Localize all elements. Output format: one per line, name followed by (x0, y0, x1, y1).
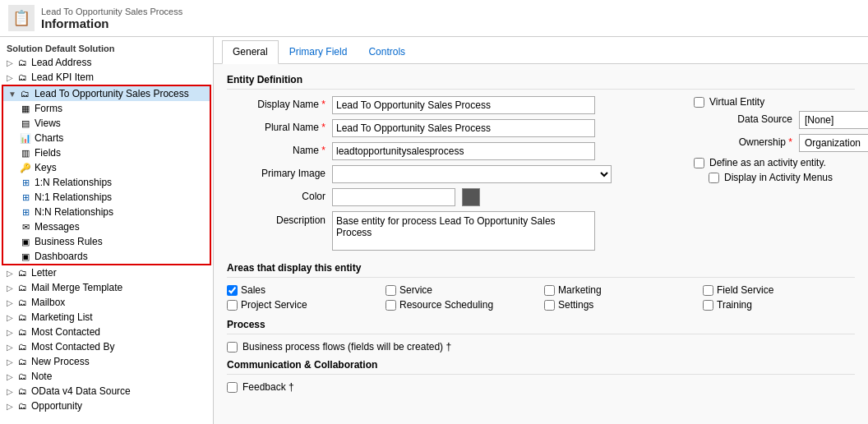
forms-icon: ▦ (20, 103, 31, 114)
display-activity-row: Display in Activity Menus (694, 172, 868, 183)
area-service-label: Service (399, 284, 432, 296)
sidebar-item-fields[interactable]: ▥ Fields (3, 145, 210, 160)
area-marketing-checkbox[interactable] (544, 285, 555, 296)
area-project-service-checkbox[interactable] (227, 300, 238, 311)
display-name-input[interactable] (332, 96, 595, 114)
color-label: Color (227, 188, 326, 202)
ownership-select[interactable]: Organization (799, 134, 868, 152)
sidebar-item-lead-address[interactable]: ▷ 🗂 Lead Address (0, 55, 213, 70)
virtual-entity-checkbox[interactable] (694, 97, 704, 108)
chevron-right-icon: ▷ (7, 313, 13, 322)
display-name-row: Display Name * (227, 96, 612, 114)
display-activity-checkbox[interactable] (709, 173, 719, 183)
right-form: Virtual Entity Data Source [None] (677, 96, 868, 256)
name-input[interactable] (332, 142, 595, 160)
sidebar-item-mailbox[interactable]: ▷ 🗂 Mailbox (0, 295, 213, 310)
business-process-label: Business process flows (fields will be c… (242, 341, 451, 353)
primary-image-row: Primary Image (227, 165, 612, 183)
sidebar-item-keys[interactable]: 🔑 Keys (3, 160, 210, 175)
sidebar-item-views[interactable]: ▤ Views (3, 116, 210, 131)
group-header-lead-opportunity[interactable]: ▼ 🗂 Lead To Opportunity Sales Process (3, 86, 210, 101)
sidebar-item-nn-rel[interactable]: ⊞ N:N Relationships (3, 205, 210, 219)
plural-name-input[interactable] (332, 119, 595, 137)
content-area: Entity Definition Display Name * (214, 64, 868, 406)
charts-icon: 📊 (20, 132, 31, 144)
area-sales-checkbox[interactable] (227, 285, 238, 296)
area-marketing: Marketing (544, 284, 696, 296)
sidebar-item-most-contacted-by[interactable]: ▷ 🗂 Most Contacted By (0, 339, 213, 354)
sidebar-item-opportunity[interactable]: ▷ 🗂 Opportunity (0, 399, 213, 413)
sidebar-item-label: Fields (35, 147, 61, 159)
define-activity-row: Define as an activity entity. (694, 157, 868, 168)
sidebar-item-business-rules[interactable]: ▣ Business Rules (3, 234, 210, 249)
messages-icon: ✉ (20, 221, 31, 233)
chevron-right-icon: ▷ (7, 283, 13, 293)
area-field-service: Field Service (703, 284, 855, 296)
sidebar-item-mail-merge[interactable]: ▷ 🗂 Mail Merge Template (0, 280, 213, 295)
sidebar-item-note[interactable]: ▷ 🗂 Note (0, 369, 213, 384)
sidebar-item-label: Charts (35, 132, 63, 144)
sidebar-item-charts[interactable]: 📊 Charts (3, 131, 210, 145)
area-training: Training (703, 299, 855, 311)
define-activity-checkbox[interactable] (694, 158, 704, 168)
display-activity-label: Display in Activity Menus (724, 172, 833, 183)
primary-image-label: Primary Image (227, 165, 326, 179)
fields-icon: ▥ (20, 147, 31, 159)
areas-grid: Sales Service Marketing Field Service Pr… (227, 284, 855, 311)
1n-rel-icon: ⊞ (20, 177, 31, 188)
description-row: Description Base entity for process Lead… (227, 211, 612, 251)
chevron-right-icon: ▷ (7, 387, 13, 396)
chevron-down-icon: ▼ (8, 90, 16, 99)
lead-address-icon: 🗂 (16, 57, 28, 68)
area-resource-scheduling-checkbox[interactable] (386, 300, 396, 311)
selected-group: ▼ 🗂 Lead To Opportunity Sales Process ▦ … (2, 85, 211, 265)
sidebar-item-messages[interactable]: ✉ Messages (3, 219, 210, 234)
tab-controls[interactable]: Controls (358, 40, 416, 63)
data-source-select[interactable]: [None] (799, 111, 868, 129)
area-sales: Sales (227, 284, 379, 296)
sidebar-item-most-contacted[interactable]: ▷ 🗂 Most Contacted (0, 325, 213, 339)
chevron-right-icon: ▷ (7, 58, 13, 67)
header: 📋 Lead To Opportunity Sales Process Info… (0, 0, 868, 37)
sidebar-item-forms[interactable]: ▦ Forms (3, 101, 210, 116)
sidebar-item-marketing-list[interactable]: ▷ 🗂 Marketing List (0, 310, 213, 325)
header-icon: 📋 (8, 5, 35, 31)
area-settings-checkbox[interactable] (544, 300, 555, 311)
mailbox-icon: 🗂 (16, 297, 28, 308)
chevron-right-icon: ▷ (7, 328, 13, 337)
area-resource-scheduling: Resource Scheduling (386, 299, 538, 311)
feedback-checkbox[interactable] (227, 382, 238, 393)
sidebar-item-1n-rel[interactable]: ⊞ 1:N Relationships (3, 175, 210, 190)
sidebar-item-odata[interactable]: ▷ 🗂 OData v4 Data Source (0, 384, 213, 399)
sidebar-item-letter[interactable]: ▷ 🗂 Letter (0, 265, 213, 280)
sidebar-item-label: Most Contacted (31, 326, 100, 338)
area-field-service-checkbox[interactable] (703, 285, 713, 296)
area-settings-label: Settings (558, 299, 593, 311)
sidebar-item-n1-rel[interactable]: ⊞ N:1 Relationships (3, 190, 210, 205)
tab-primary-field[interactable]: Primary Field (279, 40, 358, 63)
business-process-checkbox[interactable] (227, 342, 238, 353)
required-mark: * (321, 99, 326, 110)
color-swatch[interactable] (462, 188, 480, 206)
name-row: Name * (227, 142, 612, 160)
tab-general[interactable]: General (222, 40, 279, 64)
description-input[interactable]: Base entity for process Lead To Opportun… (332, 211, 595, 251)
sidebar-item-lead-kpi[interactable]: ▷ 🗂 Lead KPI Item (0, 70, 213, 85)
virtual-entity-label: Virtual Entity (709, 96, 764, 108)
color-input[interactable] (332, 188, 455, 206)
primary-image-select[interactable] (332, 165, 612, 183)
chevron-right-icon: ▷ (7, 343, 13, 352)
feedback-label: Feedback † (242, 381, 294, 393)
required-mark: * (321, 145, 326, 156)
area-service-checkbox[interactable] (386, 285, 396, 296)
area-field-service-label: Field Service (717, 284, 773, 296)
sidebar-item-label: Keys (35, 162, 57, 173)
required-mark: * (788, 136, 792, 148)
area-resource-scheduling-label: Resource Scheduling (399, 299, 493, 311)
area-training-checkbox[interactable] (703, 300, 713, 311)
sidebar-item-new-process[interactable]: ▷ 🗂 New Process (0, 354, 213, 369)
most-contacted-by-icon: 🗂 (16, 341, 28, 353)
sidebar-item-dashboards[interactable]: ▣ Dashboards (3, 249, 210, 264)
ownership-label: Ownership * (694, 134, 792, 148)
right-panel: General Primary Field Controls Entity De… (214, 37, 868, 424)
